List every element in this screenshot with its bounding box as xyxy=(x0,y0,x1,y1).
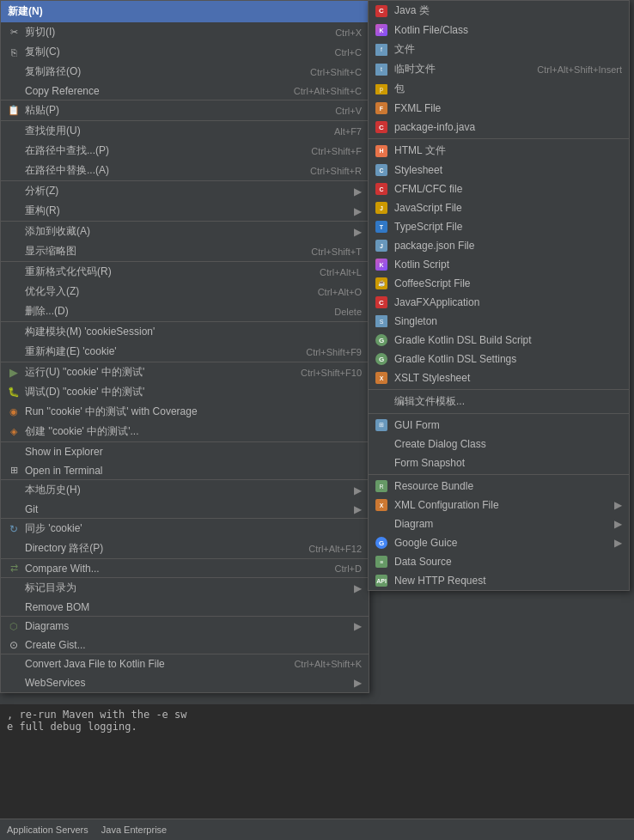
menu-item-coverage[interactable]: ◉ Run ''cookie' 中的测试' with Coverage xyxy=(1,402,369,422)
menu-item-copy[interactable]: ⎘ 复制(C) Ctrl+C xyxy=(1,42,369,62)
menu-item-webservices[interactable]: WebServices ▶ xyxy=(1,673,369,692)
menu-item-add-favorites[interactable]: 添加到收藏(A) ▶ xyxy=(1,222,369,241)
menu-item-create-test[interactable]: ◈ 创建 ''cookie' 中的测试'... xyxy=(1,422,369,442)
rmenu-java-class[interactable]: C Java 类 xyxy=(369,1,629,21)
separator xyxy=(369,413,629,414)
rmenu-fxml[interactable]: F FXML File xyxy=(369,99,629,118)
menu-item-copy-path[interactable]: 复制路径(O) Ctrl+Shift+C xyxy=(1,62,369,82)
menu-item-thumbnail[interactable]: 显示缩略图 Ctrl+Shift+T xyxy=(1,241,369,262)
menu-item-git[interactable]: Git ▶ xyxy=(1,500,369,519)
menu-item-paste[interactable]: 📋 粘贴(P) Ctrl+V xyxy=(1,100,369,121)
rmenu-javafx[interactable]: C JavaFXApplication xyxy=(369,293,629,312)
rmenu-file[interactable]: f 文件 xyxy=(369,40,629,59)
xslt-icon: X xyxy=(374,370,389,386)
rmenu-package-json[interactable]: J package.json File xyxy=(369,236,629,255)
cut-icon: ✂ xyxy=(6,25,21,40)
rmenu-kotlin-script[interactable]: K Kotlin Script xyxy=(369,255,629,274)
paste-icon: 📋 xyxy=(6,103,21,119)
menu-item-local-history[interactable]: 本地历史(H) ▶ xyxy=(1,480,369,500)
left-context-menu: 新建(N) ✂ 剪切(I) Ctrl+X ⎘ 复制(C) Ctrl+C 复制路径… xyxy=(0,0,369,693)
menu-item-open-terminal[interactable]: ⊞ Open in Terminal xyxy=(1,461,369,480)
ts-icon: T xyxy=(374,219,389,234)
terminal-area: , re-run Maven with the -e sw e full deb… xyxy=(0,704,634,819)
terminal-line2: e full debug logging. xyxy=(7,721,627,733)
rmenu-gradle-settings[interactable]: G Gradle Kotlin DSL Settings xyxy=(369,350,629,368)
rmenu-diagram[interactable]: Diagram ▶ xyxy=(369,514,629,533)
menu-item-find-in-path[interactable]: 在路径中查找...(P) Ctrl+Shift+F xyxy=(1,141,369,161)
rmenu-xml-config[interactable]: X XML Configuration File ▶ xyxy=(369,496,629,514)
package-icon: p xyxy=(374,82,389,97)
menu-item-create-gist[interactable]: ⊙ Create Gist... xyxy=(1,636,369,654)
rmenu-cfml[interactable]: C CFML/CFC file xyxy=(369,180,629,198)
menu-item-run[interactable]: ▶ 运行(U) ''cookie' 中的测试' Ctrl+Shift+F10 xyxy=(1,362,369,382)
menu-item-delete[interactable]: 删除...(D) Delete xyxy=(1,301,369,322)
arrow-icon: ▶ xyxy=(345,205,362,217)
debug-icon: 🐛 xyxy=(6,385,21,400)
menu-header[interactable]: 新建(N) xyxy=(1,1,369,22)
menu-item-mark-directory[interactable]: 标记目录为 ▶ xyxy=(1,578,369,598)
menu-item-cut[interactable]: ✂ 剪切(I) Ctrl+X xyxy=(1,22,369,42)
rmenu-temp-file[interactable]: t 临时文件 Ctrl+Alt+Shift+Insert xyxy=(369,59,629,79)
menu-item-reformat[interactable]: 重新格式化代码(R) Ctrl+Alt+L xyxy=(1,262,369,282)
coverage-icon: ◉ xyxy=(6,405,21,420)
rmenu-html[interactable]: H HTML 文件 xyxy=(369,141,629,161)
arrow-icon: ▶ xyxy=(345,186,362,198)
menu-item-directory-path[interactable]: Directory 路径(P) Ctrl+Alt+F12 xyxy=(1,539,369,559)
rmenu-javascript[interactable]: J JavaScript File xyxy=(369,198,629,217)
rmenu-stylesheet[interactable]: C Stylesheet xyxy=(369,161,629,180)
menu-item-diagrams[interactable]: ⬡ Diagrams ▶ xyxy=(1,617,369,636)
menu-item-sync[interactable]: ↻ 同步 'cookie' xyxy=(1,519,369,539)
data-source-icon: ≡ xyxy=(374,554,389,569)
right-submenu: C Java 类 K Kotlin File/Class f 文件 t 临时文件… xyxy=(368,0,630,591)
menu-item-rebuild[interactable]: 重新构建(E) 'cookie' Ctrl+Shift+F9 xyxy=(1,342,369,362)
gradle-build-icon: G xyxy=(374,332,389,348)
coffeescript-icon: ☕ xyxy=(374,276,389,291)
github-icon: ⊙ xyxy=(6,637,21,653)
menu-item-remove-bom[interactable]: Remove BOM xyxy=(1,598,369,617)
menu-item-show-explorer[interactable]: Show in Explorer xyxy=(1,442,369,461)
arrow-icon: ▶ xyxy=(345,677,362,689)
rmenu-coffeescript[interactable]: ☕ CoffeeScript File xyxy=(369,274,629,293)
arrow-icon: ▶ xyxy=(345,484,362,496)
run-icon: ▶ xyxy=(6,365,21,380)
cfml-icon: C xyxy=(374,181,389,197)
rmenu-package-info[interactable]: C package-info.java xyxy=(369,118,629,137)
rmenu-kotlin-file[interactable]: K Kotlin File/Class xyxy=(369,21,629,40)
arrow-icon: ▶ xyxy=(345,582,362,594)
rmenu-xslt[interactable]: X XSLT Stylesheet xyxy=(369,368,629,387)
menu-item-copy-ref[interactable]: Copy Reference Ctrl+Alt+Shift+C xyxy=(1,82,369,100)
rmenu-data-source[interactable]: ≡ Data Source xyxy=(369,552,629,571)
rmenu-gradle-build[interactable]: G Gradle Kotlin DSL Build Script xyxy=(369,331,629,350)
rmenu-http-request[interactable]: API New HTTP Request xyxy=(369,571,629,590)
rmenu-resource-bundle[interactable]: R Resource Bundle xyxy=(369,477,629,496)
rmenu-form-snapshot[interactable]: Form Snapshot xyxy=(369,453,629,472)
menu-item-compare[interactable]: ⇄ Compare With... Ctrl+D xyxy=(1,559,369,578)
separator xyxy=(369,389,629,390)
rmenu-gui-form[interactable]: ⊞ GUI Form xyxy=(369,416,629,435)
app-servers-tab[interactable]: Application Servers xyxy=(7,825,88,835)
rmenu-google-guice[interactable]: G Google Guice ▶ xyxy=(369,533,629,552)
menu-item-debug[interactable]: 🐛 调试(D) ''cookie' 中的测试' xyxy=(1,382,369,402)
menu-item-replace-in-path[interactable]: 在路径中替换...(A) Ctrl+Shift+R xyxy=(1,161,369,181)
rmenu-singleton[interactable]: S Singleton xyxy=(369,312,629,331)
kotlin-icon: K xyxy=(374,22,389,38)
menu-item-build-module[interactable]: 构建模块(M) 'cookieSession' xyxy=(1,322,369,342)
java-class-icon: C xyxy=(374,3,389,19)
file-icon: f xyxy=(374,42,389,58)
menu-item-convert-kotlin[interactable]: Convert Java File to Kotlin File Ctrl+Al… xyxy=(1,654,369,673)
sync-icon: ↻ xyxy=(6,521,21,537)
css-icon: C xyxy=(374,162,389,178)
javafx-icon: C xyxy=(374,295,389,310)
copy-icon: ⎘ xyxy=(6,45,21,60)
java-enterprise-tab[interactable]: Java Enterprise xyxy=(101,825,167,835)
http-request-icon: API xyxy=(374,573,389,588)
rmenu-edit-templates[interactable]: 编辑文件模板... xyxy=(369,392,629,411)
menu-item-analyze[interactable]: 分析(Z) ▶ xyxy=(1,181,369,201)
menu-item-find-usages[interactable]: 查找使用(U) Alt+F7 xyxy=(1,121,369,141)
rmenu-typescript[interactable]: T TypeScript File xyxy=(369,217,629,236)
rmenu-create-dialog[interactable]: Create Dialog Class xyxy=(369,435,629,453)
kotlin-script-icon: K xyxy=(374,257,389,272)
menu-item-refactor[interactable]: 重构(R) ▶ xyxy=(1,201,369,222)
rmenu-package[interactable]: p 包 xyxy=(369,79,629,99)
menu-item-optimize[interactable]: 优化导入(Z) Ctrl+Alt+O xyxy=(1,282,369,301)
